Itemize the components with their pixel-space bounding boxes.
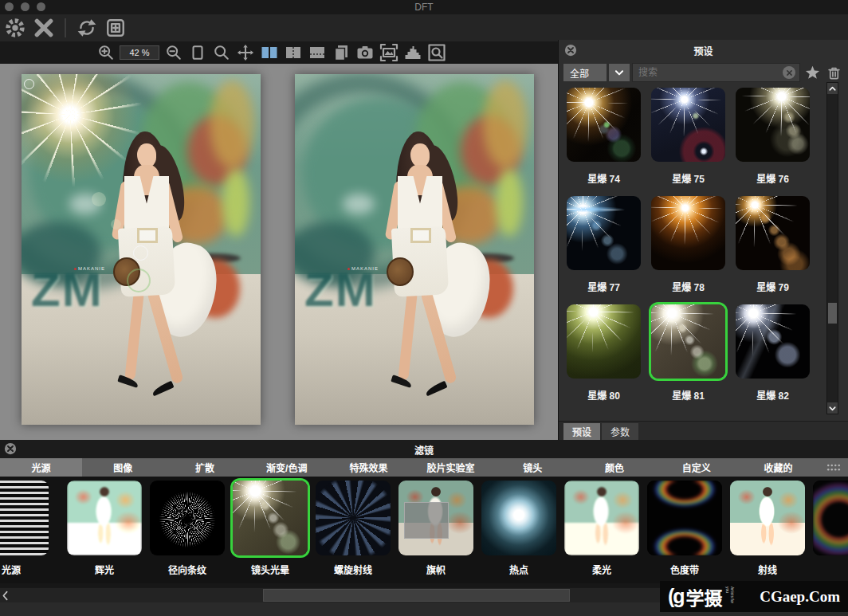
category-color[interactable]: 颜色 — [574, 458, 656, 477]
category-film-lab[interactable]: 胶片实验室 — [410, 458, 492, 477]
category-gradient-tint[interactable]: 渐变/色调 — [245, 458, 328, 477]
scroll-left-icon[interactable] — [0, 588, 10, 603]
flare-radius-handle[interactable] — [133, 245, 148, 261]
grid-view-icon[interactable] — [819, 458, 848, 477]
tab-presets[interactable]: 预设 — [563, 423, 600, 440]
tab-parameters[interactable]: 参数 — [602, 423, 638, 440]
scroll-down-icon[interactable] — [827, 402, 838, 414]
photo-subject — [379, 131, 466, 406]
add-region-icon[interactable] — [104, 17, 127, 39]
histogram-icon[interactable] — [402, 43, 422, 62]
settings-gear-icon[interactable] — [4, 17, 26, 39]
preset-thumbnail — [567, 304, 641, 379]
flare-position-handle[interactable] — [24, 79, 34, 89]
xueshe-logo: 学摄 — [686, 583, 723, 610]
side-by-side-view-icon[interactable] — [259, 43, 279, 62]
filter-item-partial[interactable] — [812, 481, 848, 555]
filter-thumbnail — [67, 481, 142, 555]
search-clear-icon[interactable] — [783, 66, 795, 79]
zoom-out-icon[interactable] — [163, 43, 183, 62]
preset-item[interactable]: 星爆 74 — [567, 88, 641, 183]
chevron-down-icon[interactable] — [609, 64, 630, 81]
filter-item[interactable]: 径向条纹 — [149, 481, 226, 576]
filter-filmstrip: 光源 辉光 径向条纹 镜头光晕 螺旋射线 旗帜 — [0, 477, 848, 583]
site-watermark: (g 学摄 Artists for you CGaep.Com — [660, 581, 848, 612]
close-x-icon[interactable] — [33, 17, 55, 39]
preset-item[interactable]: 星爆 77 — [567, 196, 641, 292]
preset-item[interactable]: 星爆 82 — [736, 304, 810, 400]
preset-item[interactable]: 星爆 75 — [651, 88, 725, 183]
presets-panel-tabs: 预设 参数 — [559, 421, 848, 440]
preset-label: 星爆 77 — [587, 280, 620, 292]
horizontal-split-view-icon[interactable] — [307, 43, 327, 62]
magnifier-icon[interactable] — [211, 43, 231, 62]
filter-item[interactable]: 旗帜 — [398, 481, 474, 576]
trash-icon[interactable] — [824, 63, 843, 82]
preset-search-field[interactable] — [632, 63, 800, 82]
photo-with-effect: ZM MAKANIE — [22, 74, 261, 425]
zoom-level-field[interactable]: 42 % — [120, 45, 159, 60]
filter-item[interactable]: 色度带 — [646, 481, 723, 576]
filter-thumbnail — [398, 481, 473, 555]
snapshot-camera-icon[interactable] — [355, 43, 375, 62]
filter-label: 辉光 — [66, 563, 143, 576]
favorite-star-icon[interactable] — [803, 63, 822, 82]
filter-item[interactable]: 柔光 — [563, 481, 640, 576]
layers-pages-icon[interactable] — [331, 43, 351, 62]
reset-refresh-icon[interactable] — [76, 17, 98, 39]
app-window: DFT 42 % — [0, 0, 848, 616]
search-input[interactable] — [637, 66, 783, 79]
preview-viewport-left[interactable]: ZM MAKANIE — [22, 74, 261, 425]
preset-category-dropdown[interactable]: 全部 — [563, 64, 607, 81]
scrollbar-thumb[interactable] — [263, 589, 570, 602]
preset-thumbnail — [567, 196, 641, 270]
filter-item[interactable]: 热点 — [481, 481, 557, 576]
image-size-icon[interactable] — [379, 43, 398, 62]
preset-thumbnail — [651, 88, 725, 162]
preset-grid: 星爆 74 星爆 75 星爆 76 星爆 77 星爆 78 星爆 79 — [567, 88, 810, 400]
scroll-up-icon[interactable] — [827, 83, 838, 94]
presets-scrollbar[interactable] — [826, 82, 838, 414]
main-toolbar — [0, 14, 848, 41]
category-lens[interactable]: 镜头 — [492, 458, 574, 477]
scrollbar-thumb[interactable] — [828, 303, 837, 324]
category-special-effects[interactable]: 特殊效果 — [328, 458, 410, 477]
presets-panel-title: 预设 — [559, 44, 848, 57]
filter-item-selected[interactable]: 镜头光晕 — [232, 481, 308, 576]
category-custom[interactable]: 自定义 — [655, 458, 737, 477]
preset-label: 星爆 81 — [672, 388, 705, 400]
category-light-sources[interactable]: 光源 — [0, 458, 82, 477]
preset-thumbnail — [651, 196, 725, 270]
toolbar-separator — [65, 18, 66, 37]
filter-item[interactable]: 射线 — [729, 481, 806, 576]
preview-viewport-right[interactable]: ZM MAKANIE — [295, 74, 534, 425]
category-favorites[interactable]: 收藏的 — [737, 458, 819, 477]
title-bar: DFT — [0, 0, 848, 14]
preset-item[interactable]: 星爆 80 — [567, 304, 641, 400]
category-diffusion[interactable]: 扩散 — [164, 458, 246, 477]
filter-item[interactable]: 螺旋射线 — [315, 481, 391, 576]
vertical-split-view-icon[interactable] — [283, 43, 303, 62]
fit-to-window-icon[interactable] — [187, 43, 207, 62]
preset-item[interactable]: 星爆 78 — [651, 196, 725, 292]
preset-item[interactable]: 星爆 76 — [736, 88, 810, 183]
filter-item[interactable]: 辉光 — [66, 481, 143, 576]
pan-tool-icon[interactable] — [235, 43, 255, 62]
preset-label: 星爆 80 — [587, 388, 620, 400]
filter-category-bar: 光源 图像 扩散 渐变/色调 特殊效果 胶片实验室 镜头 颜色 自定义 收藏的 — [0, 458, 848, 477]
filter-thumbnail — [0, 481, 49, 555]
zoom-in-icon[interactable] — [96, 43, 116, 62]
filter-thumbnail — [481, 481, 556, 555]
cg-logo: (g — [668, 585, 684, 608]
preview-magnifier-icon[interactable] — [426, 43, 446, 62]
category-image[interactable]: 图像 — [82, 458, 164, 477]
filter-thumbnail — [150, 481, 225, 555]
filter-item[interactable]: 光源 — [0, 481, 49, 576]
preset-thumbnail — [736, 88, 810, 162]
preset-item[interactable]: 星爆 79 — [736, 196, 810, 292]
filter-thumbnail — [647, 481, 722, 555]
filter-label: 射线 — [729, 563, 806, 576]
view-toolbar: 42 % — [0, 41, 558, 64]
filter-label: 镜头光晕 — [232, 563, 308, 576]
preset-item-selected[interactable]: 星爆 81 — [651, 304, 725, 400]
